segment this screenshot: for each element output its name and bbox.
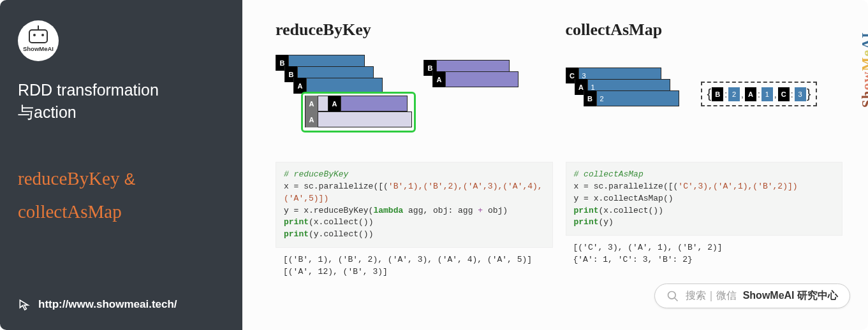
diagram-row: reduceByKey B B A A A A B A <box>242 20 868 150</box>
key-label: A <box>433 71 446 87</box>
map-val: 3 <box>795 87 806 101</box>
code-comment: # reduceByKey <box>284 169 348 179</box>
code-input: # reduceByKey x = sc.parallelize([('B',1… <box>276 162 553 248</box>
diagram-reducebykey: B B A A A A B A <box>276 55 553 150</box>
code-line: y = x.collectAsMap() <box>574 194 673 203</box>
search-icon <box>666 290 679 303</box>
code-line: y = x.reduceByKey(lambda agg, obj: agg +… <box>284 206 508 215</box>
val-label: 2 <box>597 90 607 106</box>
key-label: A <box>328 96 341 111</box>
diagram-collectasmap: C3 A1 B2 { B:2, A:1, C:3 } <box>566 55 843 150</box>
code-line: print(x.collect()) <box>574 206 663 215</box>
map-val: 1 <box>761 87 773 101</box>
code-output: [('B', 1), ('B', 2), ('A', 3), ('A', 4),… <box>276 248 553 285</box>
hl-reduce: reduceByKey <box>18 168 119 189</box>
key-label: B <box>584 90 597 106</box>
map-key: A <box>745 87 756 101</box>
cursor-icon <box>18 298 31 311</box>
logo-text: ShowMeAI <box>23 45 54 52</box>
hl-collect: collectAsMap <box>18 201 122 222</box>
watermark: ShowMeAI <box>859 32 868 108</box>
sidebar: ShowMeAI RDD transformation 与action redu… <box>0 0 242 330</box>
svg-line-1 <box>674 298 677 301</box>
search-hint-pill[interactable]: 搜索｜微信 ShowMeAI 研究中心 <box>654 283 850 308</box>
map-result-box: { B:2, A:1, C:3 } <box>701 82 818 106</box>
key-label: A <box>305 111 318 127</box>
robot-icon <box>29 29 48 43</box>
search-hint-text: 搜索｜微信 <box>686 289 737 303</box>
input-stack-map: C3 A1 B2 <box>566 68 680 125</box>
output-line: {'A': 1, 'C': 3, 'B': 2} <box>573 255 693 264</box>
map-key: C <box>778 87 790 101</box>
code-row: # reduceByKey x = sc.parallelize([('B',1… <box>242 162 868 285</box>
main-panel: ShowMeAI reduceByKey B B A A A A <box>242 0 868 330</box>
key-label: A <box>305 96 318 111</box>
svg-point-0 <box>668 291 675 299</box>
code-comment: # collectAsMap <box>574 169 644 179</box>
sidebar-link[interactable]: http://www.showmeai.tech/ <box>18 298 177 311</box>
code-line: print(y.collect()) <box>284 229 373 239</box>
title-reducebykey: reduceByKey <box>276 20 553 39</box>
code-input: # collectAsMap x = sc.parallelize([('C',… <box>566 162 843 236</box>
search-hint-bold: ShowMeAI 研究中心 <box>743 289 838 303</box>
code-line: print(y) <box>574 217 614 227</box>
hl-amp: & <box>124 169 135 189</box>
code-output: [('C', 3), ('A', 1), ('B', 2)] {'A': 1, … <box>566 236 843 273</box>
link-url: http://www.showmeai.tech/ <box>38 298 177 311</box>
output-line: [('A', 12), ('B', 3)] <box>283 267 388 276</box>
code-block-right: # collectAsMap x = sc.parallelize([('C',… <box>566 162 843 285</box>
input-stack: B B A A A A <box>276 55 403 138</box>
code-line: x = sc.parallelize([('C',3),('A',1),('B'… <box>574 182 798 191</box>
code-line: x = sc.parallelize([('B',1),('B',2),('A'… <box>284 182 543 203</box>
title-line-2: 与action <box>18 103 77 121</box>
code-block-left: # reduceByKey x = sc.parallelize([('B',1… <box>276 162 553 285</box>
col-reducebykey: reduceByKey B B A A A A B A <box>276 20 553 150</box>
output-line: [('C', 3), ('A', 1), ('B', 2)] <box>573 243 723 252</box>
brace-open: { <box>707 87 712 101</box>
logo-badge: ShowMeAI <box>18 20 59 61</box>
col-collectasmap: collectAsMap C3 A1 B2 { B:2, A:1, C:3 } <box>566 20 843 150</box>
map-key: B <box>712 87 723 101</box>
output-stack: B A <box>423 60 519 111</box>
title-line-1: RDD transformation <box>18 81 159 99</box>
sidebar-title: RDD transformation 与action <box>18 79 224 124</box>
brace-close: } <box>807 87 811 101</box>
title-collectasmap: collectAsMap <box>566 20 843 39</box>
map-val: 2 <box>728 87 740 101</box>
sidebar-highlight: reduceByKey & collectAsMap <box>18 162 224 228</box>
output-line: [('B', 1), ('B', 2), ('A', 3), ('A', 4),… <box>283 255 532 264</box>
code-line: print(x.collect()) <box>284 217 373 227</box>
